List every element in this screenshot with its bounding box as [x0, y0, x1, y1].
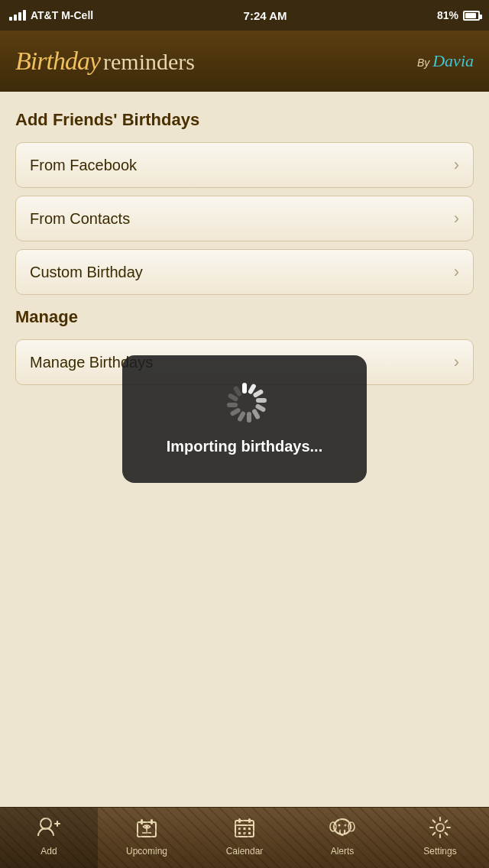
svg-point-24	[436, 824, 444, 831]
svg-rect-4	[141, 819, 143, 824]
manage-birthdays-label: Manage Birthdays	[30, 354, 153, 371]
battery-icon	[463, 11, 480, 21]
tab-alerts[interactable]: Alerts	[293, 808, 391, 868]
settings-icon	[429, 816, 452, 843]
manage-birthdays-chevron: ›	[454, 352, 459, 372]
tab-settings-label: Settings	[423, 846, 456, 857]
custom-birthday-label: Custom Birthday	[30, 264, 143, 281]
carrier-text: AT&T M-Cell	[31, 9, 93, 21]
tab-alerts-label: Alerts	[331, 846, 355, 857]
by-davia: Davia	[432, 51, 474, 71]
tab-settings[interactable]: Settings	[391, 808, 489, 868]
header-by: By Davia	[417, 51, 474, 71]
svg-rect-5	[151, 819, 153, 824]
contacts-label: From Contacts	[30, 210, 130, 228]
status-bar: AT&T M-Cell 7:24 AM 81%	[0, 0, 489, 31]
add-section-title: Add Friends' Birthdays	[15, 110, 474, 130]
main-content: Add Friends' Birthdays From Facebook › F…	[0, 92, 489, 807]
tab-bar: Add Upcoming	[0, 807, 489, 868]
custom-birthday-chevron: ›	[454, 262, 459, 282]
svg-point-23	[345, 824, 347, 827]
status-left: AT&T M-Cell	[9, 9, 93, 21]
svg-rect-18	[248, 832, 251, 834]
by-text: By	[417, 57, 429, 69]
svg-point-22	[338, 824, 341, 827]
svg-rect-13	[238, 828, 241, 830]
svg-rect-15	[248, 828, 251, 830]
svg-point-6	[145, 825, 148, 828]
manage-birthdays-button[interactable]: Manage Birthdays ›	[15, 339, 474, 385]
tab-calendar-label: Calendar	[226, 846, 264, 857]
facebook-chevron: ›	[454, 155, 459, 175]
calendar-icon	[233, 816, 256, 843]
app-title: Birthday reminders	[15, 47, 195, 76]
upcoming-icon	[135, 816, 158, 843]
tab-add[interactable]: Add	[0, 808, 98, 868]
status-time: 7:24 AM	[244, 9, 287, 22]
svg-rect-12	[248, 818, 251, 823]
facebook-button[interactable]: From Facebook ›	[15, 142, 474, 188]
contacts-chevron: ›	[454, 209, 459, 228]
tab-upcoming[interactable]: Upcoming	[98, 808, 196, 868]
svg-point-0	[40, 818, 51, 829]
title-birthday: Birthday	[15, 47, 100, 76]
tab-calendar[interactable]: Calendar	[196, 808, 293, 868]
svg-rect-17	[244, 832, 246, 834]
app-header: Birthday reminders By Davia	[0, 31, 489, 92]
signal-bars	[9, 10, 26, 21]
title-reminders: reminders	[103, 49, 195, 75]
add-icon	[37, 816, 60, 843]
facebook-label: From Facebook	[30, 157, 137, 174]
status-right: 81%	[437, 9, 480, 21]
custom-birthday-button[interactable]: Custom Birthday ›	[15, 249, 474, 295]
svg-rect-16	[238, 832, 241, 834]
svg-rect-14	[244, 828, 246, 830]
tab-upcoming-label: Upcoming	[126, 846, 167, 857]
tab-add-label: Add	[40, 846, 57, 857]
battery-text: 81%	[437, 9, 458, 21]
contacts-button[interactable]: From Contacts ›	[15, 196, 474, 241]
manage-section-title: Manage	[15, 307, 474, 327]
alerts-icon	[329, 816, 355, 843]
svg-rect-11	[238, 818, 241, 823]
